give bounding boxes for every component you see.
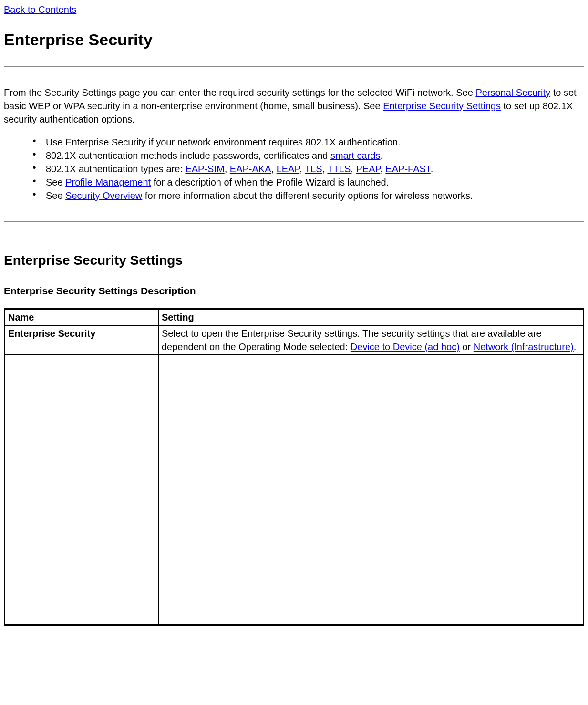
leap-link[interactable]: LEAP (277, 164, 300, 174)
list-text: , (380, 164, 385, 174)
table-text: . (574, 342, 577, 352)
list-text: . (431, 164, 433, 174)
list-text: , (299, 164, 305, 174)
list-text: , (351, 164, 356, 174)
list-text: , (225, 164, 230, 174)
list-item: Use Enterprise Security if your network … (32, 135, 584, 149)
table-header-name: Name (5, 309, 159, 326)
personal-security-link[interactable]: Personal Security (475, 87, 550, 98)
network-infrastructure-link[interactable]: Network (Infrastructure) (474, 342, 574, 352)
list-text: , (271, 164, 277, 174)
table-cell-name: Enterprise Security (5, 325, 159, 355)
table-cell-setting: Select to open the Enterprise Security s… (158, 325, 584, 355)
ttls-link[interactable]: TTLS (327, 164, 351, 174)
list-item: See Profile Management for a description… (32, 176, 584, 189)
table-header-row: Name Setting (5, 309, 584, 326)
list-text: for a description of when the Profile Wi… (151, 177, 389, 187)
divider (4, 66, 584, 67)
bullet-list: Use Enterprise Security if your network … (4, 135, 584, 202)
list-text: , (322, 164, 328, 174)
profile-management-link[interactable]: Profile Management (65, 177, 151, 187)
eap-fast-link[interactable]: EAP-FAST (385, 164, 430, 174)
intro-text: From the Security Settings page you can … (4, 87, 475, 98)
eap-sim-link[interactable]: EAP-SIM (185, 164, 224, 174)
table-header-setting: Setting (158, 309, 584, 326)
security-overview-link[interactable]: Security Overview (65, 190, 142, 201)
tls-link[interactable]: TLS (305, 164, 322, 174)
divider (4, 221, 584, 222)
table-text: or (460, 342, 474, 352)
table-row: Enterprise Security Select to open the E… (5, 325, 584, 355)
subsection-heading: Enterprise Security Settings Description (4, 284, 584, 298)
smart-cards-link[interactable]: smart cards (330, 150, 380, 161)
eap-aka-link[interactable]: EAP-AKA (230, 164, 271, 174)
back-to-contents-link[interactable]: Back to Contents (4, 4, 76, 15)
list-text: 802.1X authentication methods include pa… (46, 150, 330, 161)
table-row (5, 355, 584, 625)
intro-paragraph: From the Security Settings page you can … (4, 86, 584, 126)
settings-table: Name Setting Enterprise Security Select … (4, 308, 584, 626)
table-cell-empty (5, 355, 159, 625)
list-item: 802.1X authentication types are: EAP-SIM… (32, 162, 584, 176)
list-item: See Security Overview for more informati… (32, 189, 584, 202)
list-text: for more information about the different… (142, 190, 473, 201)
enterprise-security-settings-link[interactable]: Enterprise Security Settings (383, 101, 501, 111)
page-title: Enterprise Security (4, 29, 584, 52)
list-item: 802.1X authentication methods include pa… (32, 149, 584, 162)
list-text: See (46, 177, 65, 187)
list-text: 802.1X authentication types are: (46, 164, 185, 174)
list-text: . (381, 150, 383, 161)
section-heading: Enterprise Security Settings (4, 251, 584, 270)
device-to-device-link[interactable]: Device to Device (ad hoc) (351, 342, 460, 352)
table-cell-empty (158, 355, 584, 625)
list-text: See (46, 190, 65, 201)
peap-link[interactable]: PEAP (356, 164, 380, 174)
